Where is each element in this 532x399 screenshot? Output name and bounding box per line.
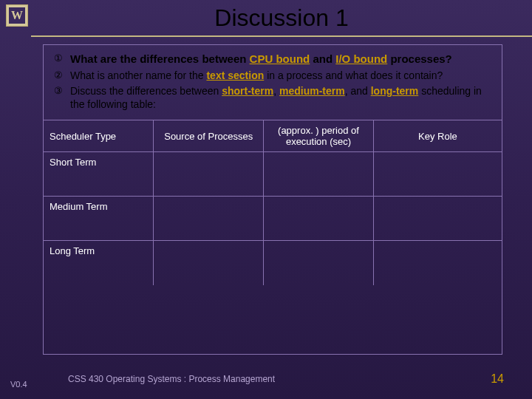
- question-list: ①What are the differences between CPU bo…: [44, 45, 502, 120]
- question-text: What is another name for the text sectio…: [70, 69, 491, 83]
- table-cell: [154, 152, 264, 197]
- table-cell: [154, 241, 264, 285]
- table-cell: Long Term: [44, 241, 154, 285]
- table-header: Key Role: [373, 120, 502, 152]
- question-text: What are the differences between CPU bou…: [70, 52, 491, 66]
- course-label: CSS 430 Operating Systems : Process Mana…: [68, 374, 275, 384]
- content-box: ①What are the differences between CPU bo…: [43, 44, 502, 355]
- question-number: ③: [54, 85, 70, 97]
- table-cell: [264, 152, 374, 197]
- question-number: ①: [54, 52, 70, 64]
- table-row: Short Term: [44, 152, 502, 197]
- table-cell: [264, 197, 374, 241]
- uw-logo-letter: W: [9, 7, 25, 24]
- table-cell: [154, 197, 264, 241]
- title-bar: Discussion 1: [31, 0, 532, 37]
- question-2: ②What is another name for the text secti…: [54, 69, 491, 83]
- question-text: Discuss the differences between short-te…: [70, 85, 491, 111]
- table-cell: Medium Term: [44, 197, 154, 241]
- table-cell: [373, 197, 502, 241]
- table-header: Scheduler Type: [44, 120, 154, 152]
- table-header: Source of Processes: [154, 120, 264, 152]
- page-number: 14: [491, 372, 504, 386]
- scheduler-table: Scheduler TypeSource of Processes(approx…: [44, 120, 502, 285]
- version-label: V0.4: [10, 380, 27, 389]
- uw-logo: W: [6, 4, 28, 27]
- table-cell: [373, 152, 502, 197]
- table-cell: [264, 241, 374, 285]
- slide-title: Discussion 1: [214, 4, 348, 32]
- table-cell: [373, 241, 502, 285]
- table-cell: Short Term: [44, 152, 154, 197]
- question-3: ③Discuss the differences between short-t…: [54, 85, 491, 111]
- table-row: Long Term: [44, 241, 502, 285]
- table-row: Medium Term: [44, 197, 502, 241]
- question-number: ②: [54, 69, 70, 81]
- table-header: (approx. ) period of execution (sec): [264, 120, 374, 152]
- question-1: ①What are the differences between CPU bo…: [54, 52, 491, 66]
